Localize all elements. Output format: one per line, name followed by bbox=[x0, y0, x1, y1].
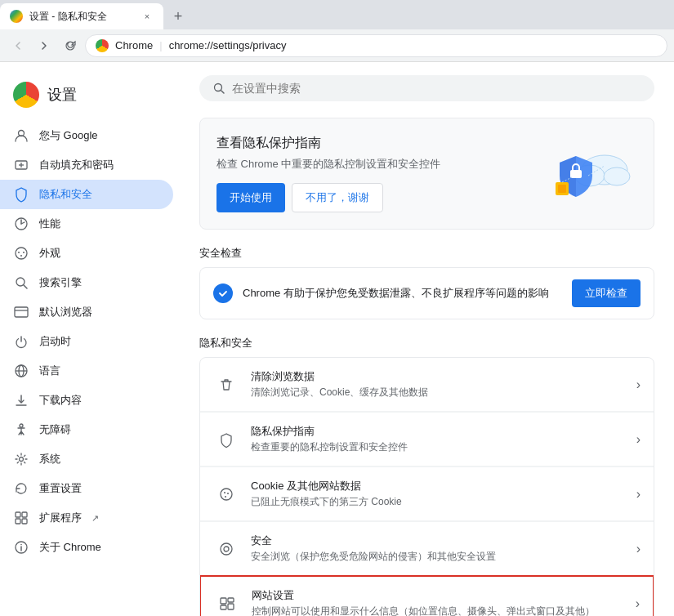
sidebar-item-startup[interactable]: 启动时 bbox=[0, 327, 173, 356]
svg-rect-33 bbox=[558, 185, 566, 193]
clear-browsing-content: 清除浏览数据 清除浏览记录、Cookie、缓存及其他数据 bbox=[251, 369, 625, 400]
cookies-desc: 已阻止无痕模式下的第三方 Cookie bbox=[251, 495, 625, 509]
arrow-icon: › bbox=[636, 596, 640, 611]
svg-rect-20 bbox=[22, 512, 27, 517]
forward-button[interactable] bbox=[33, 34, 56, 57]
svg-line-27 bbox=[221, 91, 224, 93]
start-button[interactable]: 开始使用 bbox=[216, 183, 285, 212]
tab-bar: 设置 - 隐私和安全 × + bbox=[0, 0, 674, 29]
svg-point-38 bbox=[227, 493, 229, 494]
site-settings-title: 网站设置 bbox=[252, 588, 624, 603]
privacy-guide-title: 隐私保护指南 bbox=[251, 424, 625, 439]
sidebar-item-autofill[interactable]: 自动填充和密码 bbox=[0, 150, 173, 180]
sidebar-item-accessibility[interactable]: 无障碍 bbox=[0, 415, 173, 444]
cookies-title: Cookie 及其他网站数据 bbox=[251, 479, 625, 493]
sidebar-item-performance[interactable]: 性能 bbox=[0, 209, 173, 239]
svg-point-26 bbox=[215, 84, 222, 92]
sidebar-item-you-google[interactable]: 您与 Google bbox=[0, 121, 173, 150]
palette-icon bbox=[13, 245, 29, 261]
privacy-item-cookies[interactable]: Cookie 及其他网站数据 已阻止无痕模式下的第三方 Cookie › bbox=[200, 466, 654, 521]
check-now-button[interactable]: 立即检查 bbox=[572, 279, 641, 307]
search-icon bbox=[212, 82, 225, 95]
sidebar-item-search[interactable]: 搜索引擎 bbox=[0, 268, 173, 297]
cookies-content: Cookie 及其他网站数据 已阻止无痕模式下的第三方 Cookie bbox=[251, 479, 625, 509]
address-separator: | bbox=[159, 39, 162, 51]
privacy-item-clear-browsing[interactable]: 清除浏览数据 清除浏览记录、Cookie、缓存及其他数据 › bbox=[200, 358, 654, 412]
privacy-item-safety[interactable]: 安全 安全浏览（保护您免受危险网站的侵害）和其他安全设置 › bbox=[200, 521, 654, 576]
address-url: chrome://settings/privacy bbox=[169, 39, 657, 51]
info-icon bbox=[13, 539, 29, 556]
arrow-icon: › bbox=[636, 487, 641, 502]
sidebar-label-extensions: 扩展程序 bbox=[39, 511, 82, 525]
trash-icon bbox=[213, 372, 239, 398]
power-icon bbox=[13, 333, 29, 350]
chrome-logo bbox=[13, 82, 39, 108]
svg-point-30 bbox=[604, 167, 630, 185]
sidebar-header: 设置 bbox=[0, 75, 180, 121]
sidebar-item-extensions[interactable]: 扩展程序 ↗ bbox=[0, 503, 173, 533]
sidebar-label-system: 系统 bbox=[39, 452, 60, 466]
privacy-item-site-settings[interactable]: 网站设置 控制网站可以使用和显示什么信息（如位置信息、摄像头、弹出式窗口及其他）… bbox=[199, 575, 654, 616]
banner-description: 检查 Chrome 中重要的隐私控制设置和安全控件 bbox=[216, 157, 539, 172]
sidebar-item-language[interactable]: 语言 bbox=[0, 356, 173, 386]
security-icon bbox=[213, 536, 239, 562]
dismiss-button[interactable]: 不用了，谢谢 bbox=[292, 183, 383, 212]
svg-point-41 bbox=[224, 547, 229, 551]
sidebar-label-appearance: 外观 bbox=[39, 246, 60, 261]
svg-rect-43 bbox=[221, 605, 226, 609]
settings-search-bar[interactable] bbox=[199, 75, 654, 101]
sidebar-item-about[interactable]: 关于 Chrome bbox=[0, 533, 173, 562]
sidebar-label-downloads: 下载内容 bbox=[39, 393, 82, 408]
back-button[interactable] bbox=[7, 34, 29, 57]
sidebar-item-reset[interactable]: 重置设置 bbox=[0, 474, 173, 503]
new-tab-button[interactable]: + bbox=[167, 5, 190, 28]
sidebar-item-downloads[interactable]: 下载内容 bbox=[0, 386, 173, 415]
sidebar-label-startup: 启动时 bbox=[39, 334, 71, 349]
browser-icon bbox=[13, 304, 29, 320]
address-chrome-text: Chrome bbox=[115, 39, 153, 51]
privacy-guide-desc: 检查重要的隐私控制设置和安全控件 bbox=[251, 440, 625, 454]
sidebar: 设置 您与 Google 自动填充和密码 隐私和安全 bbox=[0, 62, 180, 616]
sidebar-item-appearance[interactable]: 外观 bbox=[0, 239, 173, 268]
sidebar-label-you-google: 您与 Google bbox=[39, 128, 98, 143]
sidebar-label-performance: 性能 bbox=[39, 216, 60, 231]
sidebar-item-browser[interactable]: 默认浏览器 bbox=[0, 297, 173, 327]
accessibility-icon bbox=[13, 422, 29, 438]
arrow-icon: › bbox=[636, 542, 641, 556]
svg-rect-22 bbox=[22, 519, 27, 524]
svg-point-17 bbox=[20, 424, 23, 427]
address-bar[interactable]: Chrome | chrome://settings/privacy bbox=[85, 34, 667, 57]
privacy-item-guide[interactable]: 隐私保护指南 检查重要的隐私控制设置和安全控件 › bbox=[200, 412, 654, 466]
shield-icon bbox=[13, 186, 29, 203]
security-check-card: Chrome 有助于保护您免受数据泄露、不良扩展程序等问题的影响 立即检查 bbox=[199, 267, 654, 319]
extension-icon bbox=[13, 510, 29, 526]
svg-point-7 bbox=[23, 252, 25, 253]
svg-point-18 bbox=[20, 458, 24, 462]
clear-browsing-title: 清除浏览数据 bbox=[251, 369, 625, 384]
banner-buttons: 开始使用 不用了，谢谢 bbox=[216, 183, 539, 212]
svg-point-8 bbox=[20, 255, 22, 257]
browser-toolbar: Chrome | chrome://settings/privacy bbox=[0, 29, 674, 62]
reset-icon bbox=[13, 480, 29, 497]
site-icon bbox=[96, 39, 109, 52]
active-tab[interactable]: 设置 - 隐私和安全 × bbox=[0, 3, 163, 29]
search-input[interactable] bbox=[232, 82, 641, 95]
sidebar-label-autofill: 自动填充和密码 bbox=[39, 158, 114, 172]
svg-rect-31 bbox=[570, 170, 582, 178]
site-settings-desc: 控制网站可以使用和显示什么信息（如位置信息、摄像头、弹出式窗口及其他） bbox=[252, 605, 624, 616]
banner-title: 查看隐私保护指南 bbox=[216, 135, 539, 152]
sidebar-item-system[interactable]: 系统 bbox=[0, 444, 173, 474]
tab-title: 设置 - 隐私和安全 bbox=[29, 10, 134, 24]
safety-title: 安全 bbox=[251, 533, 625, 548]
refresh-button[interactable] bbox=[59, 34, 82, 57]
key-icon bbox=[13, 157, 29, 173]
sidebar-label-language: 语言 bbox=[39, 364, 60, 378]
performance-icon bbox=[13, 216, 29, 232]
svg-rect-44 bbox=[228, 598, 234, 602]
svg-rect-42 bbox=[221, 598, 226, 604]
sidebar-item-privacy[interactable]: 隐私和安全 bbox=[0, 180, 173, 209]
tab-close-button[interactable]: × bbox=[141, 10, 154, 23]
main-content: 设置 您与 Google 自动填充和密码 隐私和安全 bbox=[0, 62, 674, 616]
security-section-title: 安全检查 bbox=[199, 246, 654, 261]
svg-point-6 bbox=[18, 252, 20, 253]
